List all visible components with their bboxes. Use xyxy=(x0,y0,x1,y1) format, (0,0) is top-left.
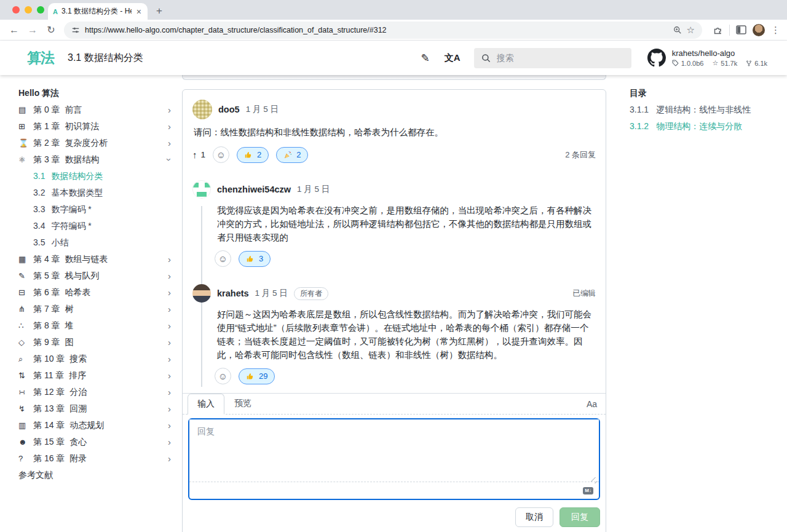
sidebar-brand[interactable]: Hello 算法 xyxy=(18,85,182,101)
reaction-thumbs-up[interactable]: 3 xyxy=(239,251,271,267)
add-reaction-button[interactable]: ☺ xyxy=(213,146,229,163)
section-title: 基本数据类型 xyxy=(51,185,103,201)
comment-date[interactable]: 1 月 5 日 xyxy=(246,104,279,115)
sidebar-chapter-item[interactable]: ∴ 第 8 章 堆 › xyxy=(18,317,173,334)
toc-item[interactable]: 3.1.2 物理结构：连续与分散 xyxy=(630,118,787,135)
chapter-number: 第 4 章 xyxy=(33,251,60,268)
chevron-icon[interactable]: › xyxy=(161,158,178,161)
sidebar-chapter-item[interactable]: ⚛ 第 3 章 数据结构 › xyxy=(18,151,173,168)
sidebar-chapter-item[interactable]: ∺ 第 12 章 分治 › xyxy=(18,384,173,400)
sidebar-chapter-item[interactable]: ☻ 第 15 章 贪心 › xyxy=(18,434,173,450)
toc-item[interactable]: 3.1.1 逻辑结构：线性与非线性 xyxy=(630,101,787,118)
comment-author[interactable]: doo5 xyxy=(218,105,240,114)
url-text[interactable]: https://www.hello-algo.com/chapter_data_… xyxy=(85,26,668,34)
chevron-icon[interactable]: › xyxy=(168,118,171,135)
chapter-number: 第 7 章 xyxy=(33,301,60,317)
text-format-icon[interactable]: Aa xyxy=(587,399,597,414)
sidebar-section-item[interactable]: 3.3 数字编码 * xyxy=(18,201,182,218)
chevron-icon[interactable]: › xyxy=(168,384,171,400)
browser-profile-avatar[interactable] xyxy=(753,24,765,36)
reply-button[interactable]: 回复 xyxy=(560,507,600,527)
side-panel-icon[interactable] xyxy=(736,25,746,34)
avatar[interactable] xyxy=(192,100,212,119)
comment-author[interactable]: chenzhiwei54czw xyxy=(217,185,291,194)
upvote-button[interactable]: ↑ 1 xyxy=(192,149,205,160)
extensions-icon[interactable] xyxy=(713,25,723,35)
address-bar[interactable]: https://www.hello-algo.com/chapter_data_… xyxy=(64,22,702,39)
search-input[interactable] xyxy=(497,53,601,63)
chevron-icon[interactable]: › xyxy=(168,367,171,384)
chevron-icon[interactable]: › xyxy=(168,101,171,118)
resize-grip-icon[interactable] xyxy=(591,477,597,483)
sidebar-chapter-item[interactable]: ↯ 第 13 章 回溯 › xyxy=(18,400,173,417)
chevron-icon[interactable]: › xyxy=(168,284,171,301)
sidebar-section-item[interactable]: 3.2 基本数据类型 xyxy=(18,185,182,201)
browser-tab[interactable]: A 3.1 数据结构分类 - Hello 算法 × xyxy=(48,3,148,20)
avatar[interactable] xyxy=(192,180,211,199)
comment-author[interactable]: krahets xyxy=(217,288,249,298)
comment-date[interactable]: 1 月 5 日 xyxy=(297,184,330,195)
zoom-page-icon[interactable] xyxy=(673,26,682,34)
hello-algo-logo[interactable]: 算法 xyxy=(27,49,54,68)
new-tab-button[interactable]: + xyxy=(156,5,162,17)
markdown-icon[interactable]: M↓ xyxy=(583,487,593,494)
close-tab-icon[interactable]: × xyxy=(135,7,143,17)
chevron-icon[interactable]: › xyxy=(168,251,171,268)
bookmark-star-icon[interactable]: ☆ xyxy=(687,25,695,36)
sidebar-chapter-item[interactable]: ⋔ 第 7 章 树 › xyxy=(18,301,173,317)
replies-count-label: 2 条回复 xyxy=(565,149,596,161)
sidebar-chapter-item[interactable]: ⊞ 第 1 章 初识算法 › xyxy=(18,118,173,135)
chevron-icon[interactable]: › xyxy=(168,317,171,334)
macos-traffic-lights[interactable] xyxy=(12,6,44,14)
avatar[interactable] xyxy=(192,284,211,303)
sidebar-chapter-item[interactable]: ▥ 第 14 章 动态规划 › xyxy=(18,417,173,434)
sidebar-chapter-item[interactable]: ⌛ 第 2 章 复杂度分析 › xyxy=(18,135,173,151)
chapter-title: 堆 xyxy=(65,317,74,334)
chevron-icon[interactable]: › xyxy=(168,450,171,467)
back-button[interactable]: ← xyxy=(6,25,22,36)
zoom-window-button[interactable] xyxy=(37,6,44,14)
sidebar-section-item[interactable]: 3.4 字符编码 * xyxy=(18,218,182,234)
chevron-icon[interactable]: › xyxy=(168,400,171,417)
browser-menu-icon[interactable]: ⋮ xyxy=(771,25,781,36)
chevron-icon[interactable]: › xyxy=(168,351,171,367)
chevron-icon[interactable]: › xyxy=(168,417,171,434)
comment-date[interactable]: 1 月 5 日 xyxy=(255,288,288,299)
tab-preview[interactable]: 预览 xyxy=(224,394,261,414)
reply-textarea[interactable] xyxy=(189,419,599,482)
question-circle-icon: ? xyxy=(18,450,33,467)
language-icon[interactable]: 文A xyxy=(445,52,461,64)
chevron-icon[interactable]: › xyxy=(168,334,171,351)
chevron-icon[interactable]: › xyxy=(168,301,171,317)
chevron-icon[interactable]: › xyxy=(168,135,171,151)
sidebar-chapter-item[interactable]: ▦ 第 4 章 数组与链表 › xyxy=(18,251,173,268)
github-repo-block[interactable]: krahets/hello-algo 1.0.0b6 ☆ 51.7k 6.1k xyxy=(647,49,767,67)
add-reaction-button[interactable]: ☺ xyxy=(215,368,231,384)
sidebar-chapter-item[interactable]: ⌕ 第 10 章 搜索 › xyxy=(18,351,173,367)
chevron-icon[interactable]: › xyxy=(168,268,171,284)
sidebar-chapter-item[interactable]: ⇅ 第 11 章 排序 › xyxy=(18,367,173,384)
add-reaction-button[interactable]: ☺ xyxy=(215,250,231,267)
cancel-button[interactable]: 取消 xyxy=(515,507,553,527)
search-box[interactable] xyxy=(474,48,631,68)
sidebar-section-item[interactable]: 3.5 小结 xyxy=(18,234,182,251)
tab-write[interactable]: 输入 xyxy=(188,394,224,415)
reload-button[interactable]: ↻ xyxy=(43,24,59,36)
close-window-button[interactable] xyxy=(12,6,20,14)
reaction-thumbs-up[interactable]: 2 xyxy=(237,147,269,163)
sidebar-section-item[interactable]: 3.1 数据结构分类 xyxy=(18,168,182,185)
sidebar-chapter-item[interactable]: ✎ 第 5 章 栈与队列 › xyxy=(18,268,173,284)
sidebar-chapter-item[interactable]: ? 第 16 章 附录 › xyxy=(18,450,173,467)
sidebar-chapter-item[interactable]: ◇ 第 9 章 图 › xyxy=(18,334,173,351)
reaction-thumbs-up[interactable]: 29 xyxy=(239,368,275,384)
site-info-icon[interactable] xyxy=(71,26,80,34)
reaction-party[interactable]: 2 xyxy=(276,147,308,163)
minimize-window-button[interactable] xyxy=(25,6,32,14)
forward-button[interactable]: → xyxy=(25,25,41,36)
sidebar-item-references[interactable]: 参考文献 xyxy=(18,467,182,483)
theme-toggle-icon[interactable]: ✎ xyxy=(421,52,430,65)
toc-item-title: 物理结构：连续与分散 xyxy=(656,118,742,135)
sidebar-chapter-item[interactable]: ▤ 第 0 章 前言 › xyxy=(18,101,173,118)
chevron-icon[interactable]: › xyxy=(168,434,171,450)
sidebar-chapter-item[interactable]: ⊟ 第 6 章 哈希表 › xyxy=(18,284,173,301)
